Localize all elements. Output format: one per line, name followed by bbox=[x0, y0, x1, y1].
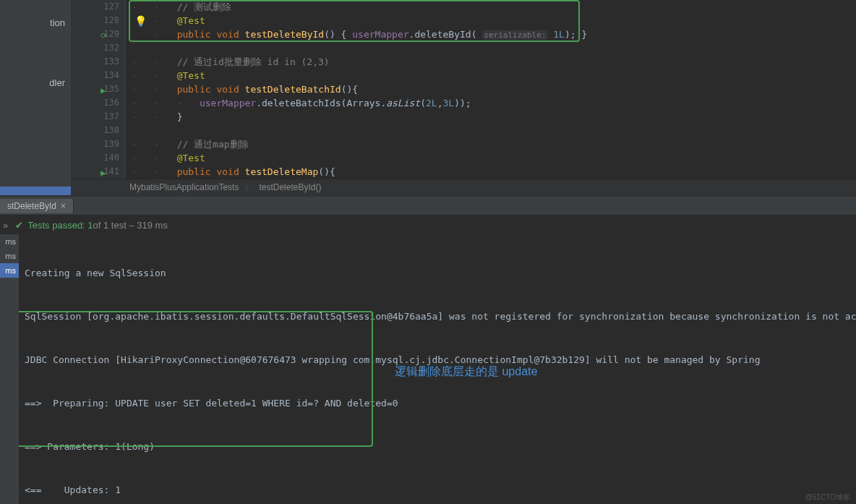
console-line: ==> Preparing: UPDATE user SET deleted=1… bbox=[25, 396, 850, 411]
line-number: 137 bbox=[72, 110, 119, 124]
chevron-icon: » bbox=[3, 220, 8, 231]
line-number: 134 bbox=[72, 69, 119, 82]
line-number: 136 bbox=[72, 96, 119, 110]
line-number: 135▶ bbox=[72, 82, 119, 96]
ms-label: ms bbox=[0, 234, 19, 249]
annotation-label: 逻辑删除底层走的是 update bbox=[395, 364, 537, 379]
editor-area: 127 128 129⟳ 132 133 134 135▶ 136 137 13… bbox=[72, 0, 856, 195]
line-number: 127 bbox=[72, 0, 119, 14]
lightbulb-icon[interactable]: 💡 bbox=[134, 14, 147, 28]
console-line: SqlSession [org.apache.ibatis.session.de… bbox=[25, 309, 850, 324]
highlight-box bbox=[19, 311, 373, 447]
watermark: @51CTO博客 bbox=[805, 492, 850, 503]
close-icon[interactable]: × bbox=[61, 201, 66, 211]
run-icon[interactable]: ▶ bbox=[100, 166, 106, 179]
console-line: Creating a new SqlSession bbox=[25, 266, 850, 281]
check-icon: ✔ bbox=[15, 220, 23, 231]
console-output[interactable]: Creating a new SqlSession SqlSession [or… bbox=[19, 234, 856, 504]
code-editor[interactable]: 💡 · · // 测试删除 · @Test · public void test… bbox=[126, 0, 856, 179]
line-number: 141▶ bbox=[72, 165, 119, 179]
line-number: 133 bbox=[72, 55, 119, 69]
line-number: 132 bbox=[72, 41, 119, 55]
breadcrumb-item[interactable]: testDeleteById() bbox=[259, 182, 321, 192]
run-tab-bar: stDeleteById × bbox=[0, 197, 856, 215]
breadcrumb[interactable]: MybatisPlusApplicationTests 〉 testDelete… bbox=[72, 179, 856, 195]
chevron-right-icon: 〉 bbox=[244, 181, 253, 194]
sidebar-item[interactable]: tion bbox=[0, 14, 71, 31]
line-number: 139 bbox=[72, 137, 119, 151]
timing-gutter: ms ms ms bbox=[0, 234, 19, 504]
sidebar-item-active[interactable] bbox=[0, 187, 71, 195]
console-line: <== Updates: 1 bbox=[25, 483, 850, 497]
run-tab[interactable]: stDeleteById × bbox=[0, 199, 74, 213]
ms-label: ms bbox=[0, 249, 19, 263]
tests-summary-label: of 1 test – 319 ms bbox=[93, 220, 168, 231]
line-number: 138 bbox=[72, 124, 119, 137]
tests-passed-label: Tests passed: 1 bbox=[27, 220, 93, 231]
breadcrumb-item[interactable]: MybatisPlusApplicationTests bbox=[129, 182, 239, 192]
console-line: ==> Parameters: 1(Long) bbox=[25, 440, 850, 454]
project-sidebar: tion dler bbox=[0, 0, 72, 195]
ms-label-active: ms bbox=[0, 263, 19, 278]
line-number: 140 bbox=[72, 151, 119, 165]
line-number: 129⟳ bbox=[72, 27, 119, 41]
test-status-bar: » ✔ Tests passed: 1 of 1 test – 319 ms bbox=[0, 215, 856, 234]
sidebar-item[interactable]: dler bbox=[0, 74, 71, 91]
line-gutter: 127 128 129⟳ 132 133 134 135▶ 136 137 13… bbox=[72, 0, 126, 179]
line-number: 128 bbox=[72, 14, 119, 27]
run-panel: stDeleteById × » ✔ Tests passed: 1 of 1 … bbox=[0, 195, 856, 504]
